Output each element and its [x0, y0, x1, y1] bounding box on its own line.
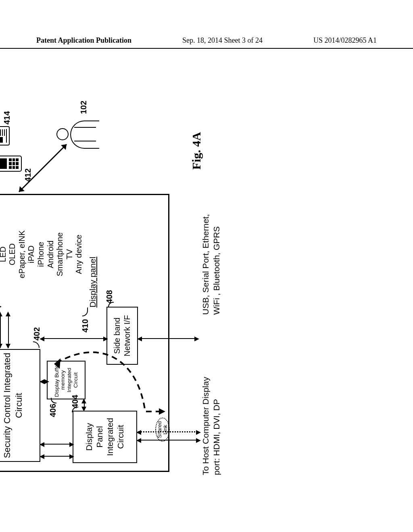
svg-marker-3 — [159, 408, 165, 415]
header-center: Sep. 18, 2014 Sheet 3 of 24 — [182, 36, 263, 45]
security-control-ic-box: Security Control Integrated Circuit — [0, 349, 40, 462]
figure-4a-diagram: 302 Secure Display Monitor Hardware 416 … — [0, 65, 230, 500]
user-icon — [56, 120, 99, 149]
host-display-port-label: To Host Computer Display port: HDMI, DVI… — [200, 377, 222, 475]
header-left: Patent Application Publication — [36, 36, 131, 45]
sideband-protocols-label: USB, Serial Port, Ethernet, WiFi , Bluet… — [200, 214, 222, 315]
shared-link-text: Shared Link — [157, 418, 169, 441]
arrow-title-reader — [0, 200, 2, 312]
header-right: US 2014/0282965 A1 — [313, 36, 377, 45]
sci-label: Security Control Integrated Circuit — [2, 350, 25, 461]
display-panel-list: LCD LED OLED ePaper, eINK iPAD iPhone An… — [0, 210, 84, 299]
page-header: Patent Application Publication Sep. 18, … — [0, 0, 413, 49]
diagram-rotated-container: 302 Secure Display Monitor Hardware 416 … — [0, 194, 359, 500]
ref-414: 414 — [2, 111, 12, 125]
smartcard-icon — [0, 126, 10, 145]
figure-label: Fig. 4A — [190, 132, 203, 170]
ref-102: 102 — [79, 101, 88, 114]
arrow-sci-displaypanel — [0, 312, 12, 348]
arrow-sci-dbmic — [41, 377, 47, 385]
svg-marker-4 — [54, 358, 60, 369]
dashed-link-curve — [52, 323, 173, 420]
display-panel-bottom: Display panel — [88, 257, 98, 308]
svg-line-0 — [19, 144, 67, 192]
ref-408: 408 — [105, 290, 114, 303]
shared-link-label: Shared Link — [155, 418, 170, 442]
